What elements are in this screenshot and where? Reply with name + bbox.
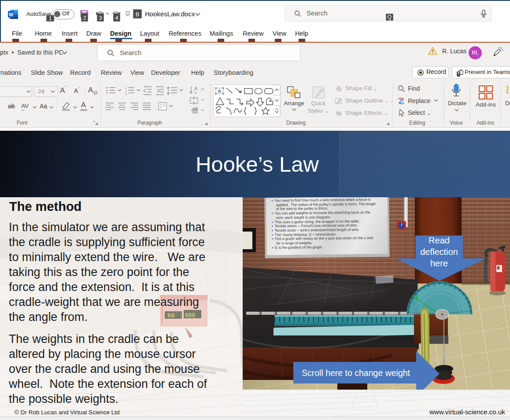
svg-text:2: 2 — [125, 89, 127, 92]
svg-text:here: here — [430, 258, 448, 268]
svg-text:A: A — [218, 88, 222, 94]
svg-text:www.virtual-science.co.uk: www.virtual-science.co.uk — [429, 408, 505, 416]
svg-text:W: W — [9, 12, 14, 17]
svg-text:Scroll here to change weight: Scroll here to change weight — [302, 368, 410, 378]
svg-text:1: 1 — [125, 86, 127, 89]
svg-text:T: T — [458, 71, 460, 75]
svg-text:deflection: deflection — [420, 247, 458, 257]
svg-text:Read: Read — [429, 236, 450, 245]
svg-text:A: A — [194, 86, 198, 91]
svg-text:3: 3 — [125, 92, 127, 96]
